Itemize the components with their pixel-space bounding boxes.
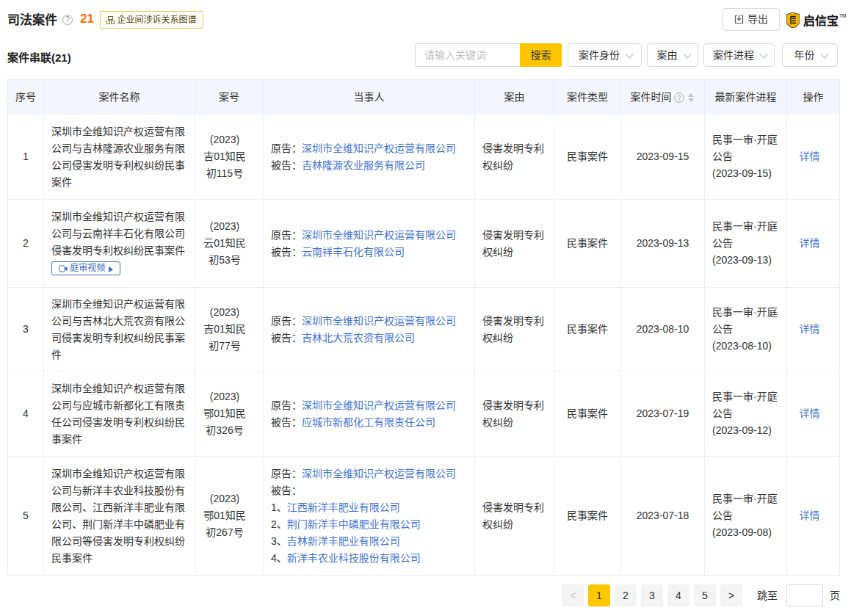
- svg-text:?: ?: [678, 94, 681, 101]
